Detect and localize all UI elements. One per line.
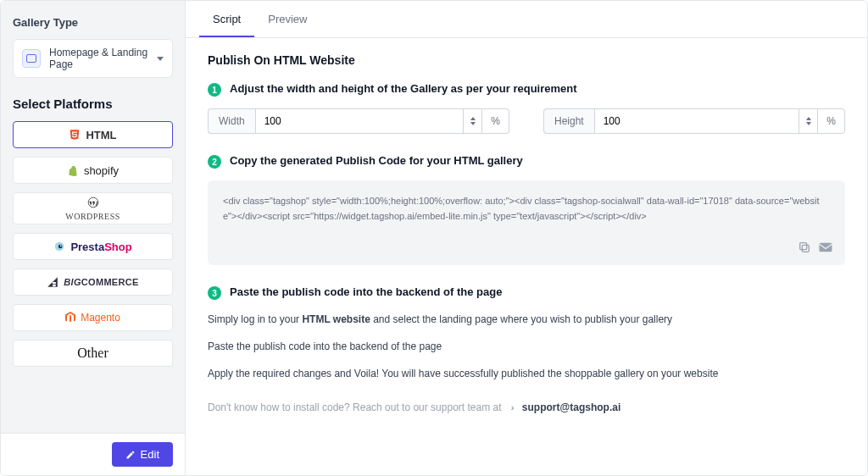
edit-button-label: Edit xyxy=(141,448,159,461)
chevron-down-icon xyxy=(157,57,164,61)
svg-rect-5 xyxy=(800,243,807,250)
step-2-badge: 2 xyxy=(208,155,221,169)
edit-bar: Edit xyxy=(1,433,185,475)
step-1: 1 Adjust the width and height of the Gal… xyxy=(208,82,845,97)
layout-icon xyxy=(22,49,41,68)
platform-bigcommerce-label: BIGCOMMERCE xyxy=(64,277,138,287)
height-label: Height xyxy=(543,108,594,134)
platform-prestashop-label: PrestaShop xyxy=(70,241,131,253)
step-2-text: Copy the generated Publish Code for your… xyxy=(230,154,523,167)
height-group: Height % xyxy=(543,108,845,134)
wordpress-icon xyxy=(87,196,99,211)
svg-point-3 xyxy=(60,245,62,246)
instruction-1: Simply log in to your HTML website and s… xyxy=(208,312,845,327)
shopify-icon xyxy=(67,163,79,177)
email-icon[interactable] xyxy=(818,241,833,257)
width-stepper[interactable] xyxy=(464,108,482,134)
pencil-icon xyxy=(125,450,136,460)
page-title: Publish On HTML Website xyxy=(208,53,845,67)
platform-wordpress-label: WORDPRESS xyxy=(65,212,120,221)
support-line: Don't know how to install code? Reach ou… xyxy=(208,401,845,413)
html5-icon xyxy=(69,128,81,141)
width-input[interactable] xyxy=(255,108,465,134)
platform-magento[interactable]: Magento xyxy=(13,304,173,331)
gallery-type-dropdown[interactable]: Homepage & Landing Page xyxy=(13,39,173,78)
platform-other-label: Other xyxy=(77,346,108,361)
magento-icon xyxy=(65,312,75,324)
height-unit[interactable]: % xyxy=(818,108,845,134)
step-3-text: Paste the publish code into the backend … xyxy=(230,285,502,298)
sidebar: Gallery Type Homepage & Landing Page Sel… xyxy=(1,1,186,475)
svg-rect-6 xyxy=(820,243,832,252)
content-area: Publish On HTML Website 1 Adjust the wid… xyxy=(186,38,867,475)
tab-preview[interactable]: Preview xyxy=(254,1,320,37)
platform-shopify[interactable]: shopify xyxy=(13,157,173,184)
code-block: <div class="tagshop" style="width:100%;h… xyxy=(208,180,845,265)
step-3: 3 Paste the publish code into the backen… xyxy=(208,285,845,300)
instruction-3: Apply the required changes and Voila! Yo… xyxy=(208,366,845,381)
main-panel: Script Preview Publish On HTML Website 1… xyxy=(186,1,867,475)
platform-shopify-label: shopify xyxy=(84,164,119,177)
bigcommerce-icon xyxy=(47,276,58,289)
width-group: Width % xyxy=(208,108,509,134)
support-text: Don't know how to install code? Reach ou… xyxy=(208,401,502,413)
prestashop-icon xyxy=(53,241,65,253)
platform-bigcommerce[interactable]: BIGCOMMERCE xyxy=(13,268,173,296)
step-2: 2 Copy the generated Publish Code for yo… xyxy=(208,154,845,169)
height-stepper[interactable] xyxy=(799,108,818,134)
platform-html-label: HTML xyxy=(86,129,116,141)
width-label: Width xyxy=(208,108,255,134)
chevron-right-icon: › xyxy=(511,402,515,412)
width-unit[interactable]: % xyxy=(482,108,509,134)
instructions: Simply log in to your HTML website and s… xyxy=(208,312,845,381)
tabs: Script Preview xyxy=(186,1,867,38)
instruction-2: Paste the publish code into the backend … xyxy=(208,339,845,354)
platform-magento-label: Magento xyxy=(81,312,120,324)
svg-rect-4 xyxy=(802,245,809,252)
sidebar-content: Gallery Type Homepage & Landing Page Sel… xyxy=(1,1,185,390)
step-1-badge: 1 xyxy=(208,83,221,97)
copy-icon[interactable] xyxy=(798,241,811,257)
embed-code[interactable]: <div class="tagshop" style="width:100%;h… xyxy=(223,194,830,224)
step-1-text: Adjust the width and height of the Galle… xyxy=(230,82,577,95)
edit-button[interactable]: Edit xyxy=(112,442,173,467)
gallery-type-value: Homepage & Landing Page xyxy=(49,47,157,70)
code-actions xyxy=(798,241,833,257)
platform-prestashop[interactable]: PrestaShop xyxy=(13,233,173,260)
height-input[interactable] xyxy=(594,108,800,134)
platform-html[interactable]: HTML xyxy=(13,121,173,148)
platform-wordpress[interactable]: WORDPRESS xyxy=(13,192,173,224)
select-platforms-label: Select Platforms xyxy=(13,97,173,111)
platform-other[interactable]: Other xyxy=(13,340,173,367)
support-email-link[interactable]: support@tagshop.ai xyxy=(522,401,620,413)
dimensions-row: Width % Height % xyxy=(208,108,845,134)
app-root: Gallery Type Homepage & Landing Page Sel… xyxy=(0,0,868,476)
gallery-type-label: Gallery Type xyxy=(13,16,173,29)
step-3-badge: 3 xyxy=(208,286,221,300)
tab-script[interactable]: Script xyxy=(199,1,254,37)
